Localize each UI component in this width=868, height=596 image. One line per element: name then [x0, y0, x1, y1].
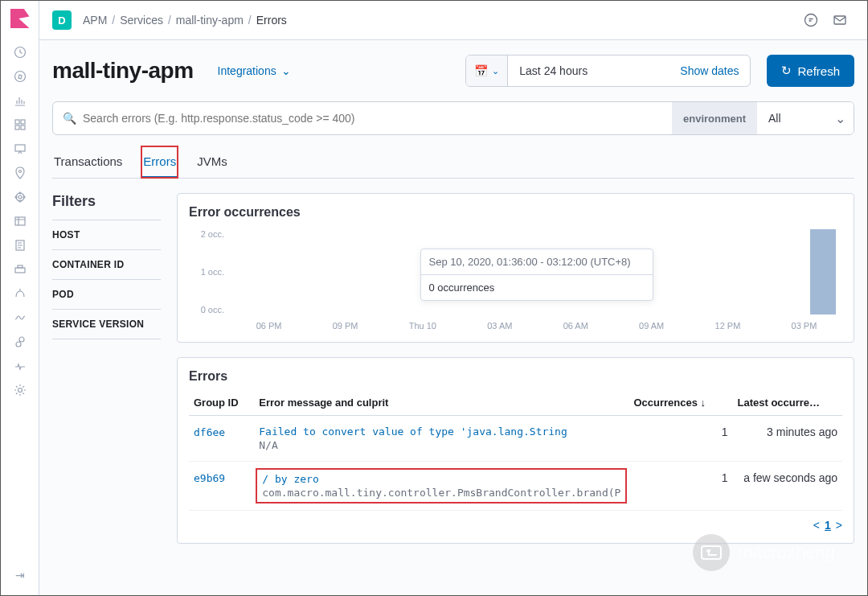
- show-dates-link[interactable]: Show dates: [669, 64, 750, 77]
- latest-occurrence: a few seconds ago: [732, 462, 842, 511]
- tooltip-time: Sep 10, 2020, 01:36:00 - 03:12:00 (UTC+8…: [421, 249, 653, 275]
- col-latest[interactable]: Latest occurre…: [732, 390, 842, 416]
- occurrences-chart[interactable]: 2 occ. 1 occ. 0 occ. Sep 10, 2020, 01:36…: [189, 226, 842, 331]
- tab-transactions[interactable]: Transactions: [52, 146, 124, 178]
- nav-visualize-icon[interactable]: [7, 88, 33, 113]
- filter-host[interactable]: HOST: [52, 220, 161, 249]
- svg-point-18: [18, 388, 22, 393]
- nav-recent-icon[interactable]: [7, 40, 33, 64]
- svg-point-1: [14, 72, 25, 82]
- nav-dashboard-icon[interactable]: [7, 113, 33, 137]
- chart-xaxis: 06 PM09 PMThu 1003 AM06 AM09 AM12 PM03 P…: [231, 321, 842, 331]
- environment-select[interactable]: All: [757, 102, 854, 134]
- nav-apm-icon[interactable]: [7, 257, 33, 282]
- tab-jvms[interactable]: JVMs: [195, 146, 229, 178]
- date-picker[interactable]: 📅 ⌄ Last 24 hours Show dates: [465, 55, 751, 87]
- svg-rect-16: [15, 268, 25, 273]
- col-occurrences[interactable]: Occurrences ↓: [628, 390, 732, 416]
- group-id-link[interactable]: df6ee: [194, 426, 225, 438]
- svg-rect-4: [15, 125, 19, 129]
- occurrence-count: 1: [628, 416, 732, 462]
- occurrences-title: Error occurrences: [189, 205, 842, 220]
- sort-desc-icon: ↓: [701, 397, 706, 409]
- nav-canvas-icon[interactable]: [7, 137, 33, 161]
- svg-point-19: [805, 14, 817, 27]
- page-prev[interactable]: <: [813, 519, 820, 532]
- nav-monitor-icon[interactable]: [7, 354, 33, 378]
- page-next[interactable]: >: [836, 519, 842, 532]
- page-content: mall-tiny-apm Integrations⌄ 📅 ⌄ Last 24 …: [39, 40, 867, 595]
- filter-container[interactable]: CONTAINER ID: [52, 249, 161, 279]
- svg-rect-14: [15, 217, 25, 225]
- nav-uptime-icon[interactable]: [7, 282, 33, 306]
- nav-ml-icon[interactable]: [7, 185, 33, 209]
- date-range-label: Last 24 hours: [508, 64, 669, 77]
- table-row[interactable]: df6eeFailed to convert value of type 'ja…: [189, 416, 842, 462]
- nav-logs-icon[interactable]: [7, 233, 33, 257]
- group-id-link[interactable]: e9b69: [194, 472, 225, 484]
- crumb-service[interactable]: mall-tiny-apm: [176, 14, 244, 27]
- page-title: mall-tiny-apm: [52, 58, 194, 84]
- error-culprit: N/A: [259, 439, 624, 451]
- search-input[interactable]: [83, 112, 662, 125]
- page-current[interactable]: 1: [825, 519, 831, 532]
- filters-panel: Filters HOST CONTAINER ID POD SERVICE VE…: [52, 193, 161, 544]
- refresh-button[interactable]: ↻Refresh: [767, 55, 854, 87]
- svg-rect-6: [15, 145, 25, 151]
- main-area: D APM/ Services/ mall-tiny-apm/ Errors m…: [39, 1, 867, 595]
- chevron-down-icon: ⌄: [281, 64, 291, 77]
- errors-title: Errors: [189, 369, 842, 384]
- filter-version[interactable]: SERVICE VERSION: [52, 309, 161, 339]
- integrations-menu[interactable]: Integrations⌄: [218, 64, 291, 77]
- crumb-apm[interactable]: APM: [83, 14, 107, 27]
- error-message[interactable]: Failed to convert value of type 'java.la…: [259, 425, 624, 438]
- search-input-wrap: 🔍: [53, 112, 672, 125]
- errors-table: Group ID Error message and culprit Occur…: [189, 390, 842, 511]
- occurrence-count: 1: [628, 462, 732, 511]
- breadcrumb: APM/ Services/ mall-tiny-apm/ Errors: [83, 14, 287, 27]
- side-nav: ⇥: [1, 1, 39, 595]
- table-row[interactable]: e9b69/ by zerocom.macro.mall.tiny.contro…: [189, 462, 842, 511]
- nav-dev-icon[interactable]: [7, 330, 33, 354]
- latest-occurrence: 3 minutes ago: [732, 416, 842, 462]
- nav-management-icon[interactable]: [7, 378, 33, 402]
- nav-discover-icon[interactable]: [7, 64, 33, 88]
- top-bar: D APM/ Services/ mall-tiny-apm/ Errors: [39, 1, 867, 40]
- tabs: Transactions Errors JVMs: [52, 146, 854, 179]
- occurrences-panel: Error occurrences 2 occ. 1 occ. 0 occ. S…: [177, 193, 854, 343]
- crumb-services[interactable]: Services: [120, 14, 163, 27]
- svg-point-8: [18, 195, 22, 199]
- calendar-icon[interactable]: 📅 ⌄: [466, 55, 508, 86]
- kibana-logo-icon[interactable]: [10, 9, 30, 28]
- svg-rect-2: [15, 120, 19, 124]
- error-message[interactable]: / by zero: [262, 473, 620, 485]
- pagination: < 1 >: [189, 519, 842, 532]
- nav-maps-icon[interactable]: [7, 161, 33, 185]
- col-message[interactable]: Error message and culprit: [254, 390, 628, 416]
- error-msg-cell: Failed to convert value of type 'java.la…: [259, 425, 624, 451]
- nav-metrics-icon[interactable]: [7, 209, 33, 233]
- svg-rect-3: [21, 120, 25, 124]
- svg-rect-17: [18, 265, 23, 268]
- filters-heading: Filters: [52, 193, 161, 210]
- svg-point-7: [18, 171, 21, 173]
- mail-icon[interactable]: [825, 6, 854, 35]
- error-culprit: com.macro.mall.tiny.controller.PmsBrandC…: [262, 487, 620, 499]
- collapse-nav-icon[interactable]: ⇥: [1, 563, 39, 587]
- search-icon: 🔍: [63, 112, 76, 125]
- chart-tooltip: Sep 10, 2020, 01:36:00 - 03:12:00 (UTC+8…: [420, 249, 653, 301]
- tab-errors[interactable]: Errors: [141, 146, 178, 178]
- error-msg-cell: / by zerocom.macro.mall.tiny.controller.…: [259, 471, 624, 500]
- filter-pod[interactable]: POD: [52, 279, 161, 309]
- newsfeed-icon[interactable]: [796, 6, 825, 35]
- chart-bar: [810, 229, 836, 314]
- nav-siem-icon[interactable]: [7, 306, 33, 330]
- col-groupid[interactable]: Group ID: [189, 390, 254, 416]
- environment-label: environment: [672, 102, 757, 134]
- svg-rect-20: [834, 16, 845, 24]
- crumb-current: Errors: [256, 14, 287, 27]
- svg-rect-5: [21, 125, 25, 129]
- space-selector[interactable]: D: [52, 10, 72, 30]
- errors-panel: Errors Group ID Error message and culpri…: [177, 357, 854, 544]
- chart-yaxis: 2 occ. 1 occ. 0 occ.: [189, 226, 231, 331]
